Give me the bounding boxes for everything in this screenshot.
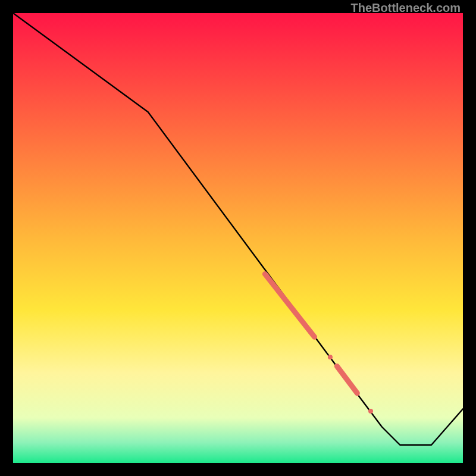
gradient-background: [13, 13, 463, 463]
chart-svg: [13, 13, 463, 463]
chart-frame: TheBottleneck.com: [0, 0, 476, 476]
dot-1: [328, 355, 333, 359]
dot-2: [368, 409, 373, 414]
plot-area: [13, 13, 463, 463]
